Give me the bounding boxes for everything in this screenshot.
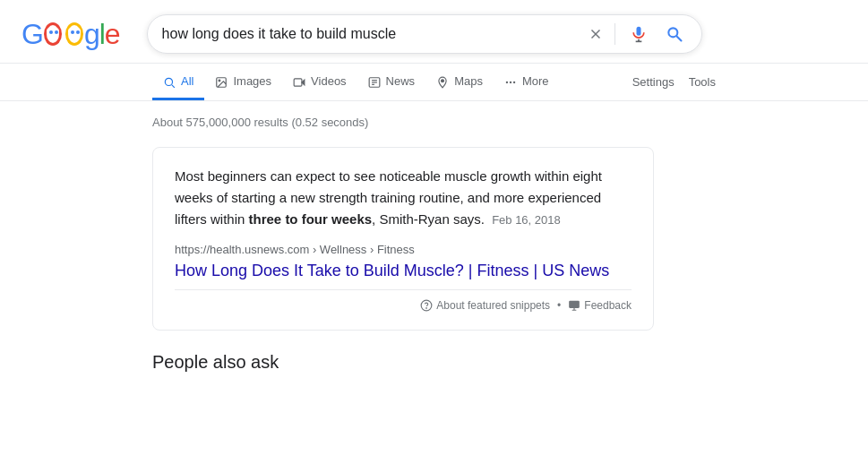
results-count: About 575,000,000 results (0.52 seconds) [152, 116, 654, 129]
people-also-ask-heading: People also ask [152, 352, 654, 373]
tab-images-label: Images [233, 74, 271, 88]
tab-more[interactable]: More [494, 64, 560, 100]
search-bar [147, 14, 702, 54]
svg-line-18 [676, 37, 681, 41]
tab-all[interactable]: All [152, 64, 204, 100]
svg-point-5 [55, 30, 58, 34]
search-button[interactable] [662, 25, 687, 43]
svg-point-32 [513, 81, 515, 82]
question-circle-icon [420, 299, 433, 313]
maps-tab-icon [436, 74, 449, 89]
tab-all-label: All [181, 74, 193, 88]
snippet-text-part2: , Smith-Ryan says. [372, 211, 485, 227]
images-tab-icon [215, 74, 228, 89]
svg-rect-35 [569, 301, 580, 308]
main-content: About 575,000,000 results (0.52 seconds)… [0, 101, 806, 388]
mic-button[interactable] [626, 25, 651, 43]
logo-letter-e: e [105, 18, 120, 51]
logo-letter-g: G [21, 18, 43, 51]
logo-eyes-svg [43, 18, 84, 50]
snippet-source-url: https://health.usnews.com › Wellness › F… [175, 243, 632, 256]
svg-point-4 [49, 30, 53, 34]
svg-point-22 [219, 80, 221, 82]
nav-settings: Settings Tools [632, 75, 716, 89]
settings-link[interactable]: Settings [632, 75, 675, 89]
snippet-link[interactable]: How Long Does It Take to Build Muscle? |… [175, 262, 632, 280]
tab-news-label: News [386, 74, 416, 88]
tab-maps-label: Maps [454, 74, 483, 88]
all-tab-icon [163, 74, 176, 89]
snippet-text: Most beginners can expect to see noticea… [175, 166, 632, 230]
tools-link[interactable]: Tools [689, 75, 716, 89]
svg-point-10 [71, 30, 74, 34]
clear-button[interactable] [588, 26, 604, 42]
featured-snippet: Most beginners can expect to see noticea… [152, 147, 654, 331]
tab-images[interactable]: Images [204, 64, 282, 100]
nav-tabs: All Images Videos [0, 64, 868, 101]
svg-point-19 [165, 78, 172, 85]
svg-rect-23 [294, 78, 302, 85]
tab-videos-label: Videos [311, 74, 347, 88]
footer-dot: • [557, 299, 561, 312]
about-snippets[interactable]: About featured snippets [420, 299, 550, 313]
more-tab-icon [504, 74, 517, 89]
snippet-date: Feb 16, 2018 [492, 213, 561, 227]
snippet-footer: About featured snippets • Feedback [175, 289, 632, 313]
svg-point-30 [506, 81, 508, 82]
feedback-item[interactable]: Feedback [568, 299, 632, 313]
svg-point-29 [442, 79, 444, 82]
feedback-icon [568, 299, 580, 313]
tab-maps[interactable]: Maps [425, 64, 494, 100]
feedback-text: Feedback [584, 299, 632, 312]
tab-news[interactable]: News [357, 64, 426, 100]
search-divider [614, 23, 615, 45]
svg-point-11 [76, 30, 80, 34]
about-snippets-text: About featured snippets [436, 299, 550, 312]
search-bar-wrapper [147, 14, 702, 54]
tab-videos[interactable]: Videos [282, 64, 357, 100]
svg-line-20 [172, 84, 175, 87]
header: G g l [0, 0, 868, 64]
tab-more-label: More [522, 74, 549, 88]
snippet-text-bold: three to four weeks [249, 211, 373, 227]
search-input[interactable] [162, 26, 577, 42]
news-tab-icon [368, 74, 381, 89]
videos-tab-icon [293, 74, 305, 89]
google-logo[interactable]: G g l [21, 18, 120, 51]
svg-point-31 [510, 81, 511, 82]
logo-letter-g2: g [84, 18, 99, 51]
